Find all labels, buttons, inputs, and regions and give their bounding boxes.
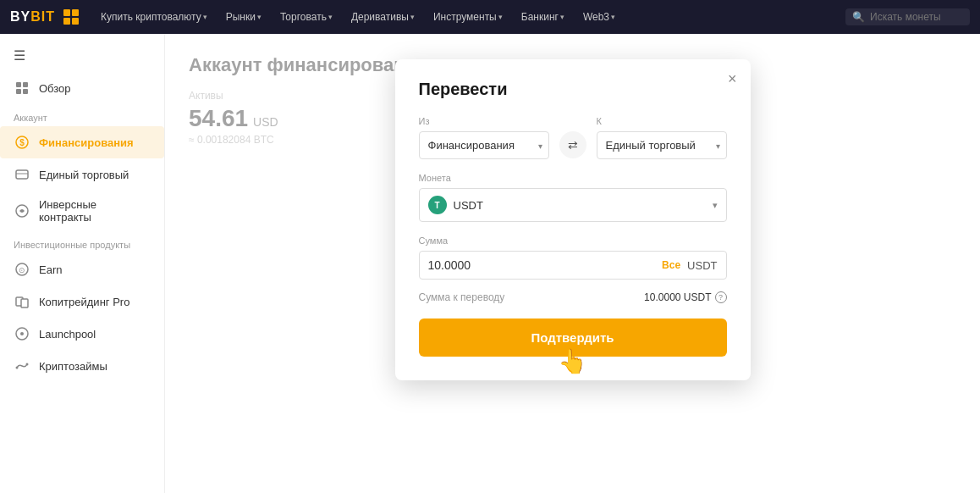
launchpool-icon <box>14 325 30 342</box>
funding-icon: $ <box>14 134 30 151</box>
sidebar-item-inverse[interactable]: Инверсные контракты <box>0 191 164 231</box>
modal-overlay: Перевести × Из Финансирования ▾ ⇄ <box>165 34 980 493</box>
logo[interactable]: BYBIT <box>10 9 55 25</box>
svg-text:⊙: ⊙ <box>19 266 25 274</box>
nav-tools[interactable]: Инструменты ▾ <box>427 11 509 23</box>
copytrading-label: Копитрейдинг Pro <box>39 296 129 308</box>
search-icon: 🔍 <box>852 11 865 23</box>
transfer-modal: Перевести × Из Финансирования ▾ ⇄ <box>395 59 751 380</box>
sidebar-item-copytrading[interactable]: Копитрейдинг Pro <box>0 285 164 318</box>
from-field: Из Финансирования ▾ <box>419 116 549 159</box>
svg-point-14 <box>20 332 24 335</box>
chevron-down-icon: ▾ <box>328 13 333 21</box>
sidebar-item-unified[interactable]: Единый торговый <box>0 158 164 191</box>
transfer-total-label: Сумма к переводу <box>419 291 505 303</box>
to-select-wrapper: Единый торговый ▾ <box>597 131 727 159</box>
swap-icon[interactable]: ⇄ <box>559 131 586 158</box>
coin-chevron-icon: ▾ <box>713 200 718 211</box>
from-label: Из <box>419 116 549 126</box>
transfer-total-row: Сумма к переводу 10.0000 USDT ? <box>419 291 727 303</box>
amount-label: Сумма <box>419 235 727 246</box>
to-label: К <box>597 116 727 126</box>
nav-markets[interactable]: Рынки ▾ <box>219 11 268 23</box>
svg-text:$: $ <box>19 138 25 147</box>
sidebar-item-overview[interactable]: Обзор <box>0 72 164 104</box>
copytrading-icon <box>14 293 30 310</box>
transfer-total-value: 10.0000 USDT <box>644 291 711 303</box>
overview-label: Обзор <box>39 82 71 95</box>
chevron-down-icon: ▾ <box>203 13 207 21</box>
amount-input[interactable] <box>428 258 656 272</box>
coin-label: Монета <box>419 173 727 183</box>
chevron-down-icon: ▾ <box>611 13 615 21</box>
search-bar[interactable]: 🔍 <box>845 8 970 25</box>
usdt-coin-icon: T <box>428 196 447 214</box>
modal-title: Перевести <box>419 80 727 99</box>
cryptoloans-icon <box>14 357 30 374</box>
earn-label: Earn <box>39 263 62 276</box>
search-input[interactable] <box>870 11 963 23</box>
to-field: К Единый торговый ▾ <box>597 116 727 159</box>
svg-point-15 <box>16 367 19 369</box>
inverse-label: Инверсные контракты <box>39 198 151 224</box>
sidebar-item-earn[interactable]: ⊙ Earn <box>0 253 164 285</box>
amount-input-wrapper: Все USDT <box>419 251 727 280</box>
amount-currency: USDT <box>687 259 717 272</box>
all-button[interactable]: Все <box>662 259 680 271</box>
svg-point-16 <box>26 363 29 366</box>
from-select-wrapper: Финансирования ▾ <box>419 131 549 159</box>
nav-banking[interactable]: Банкинг ▾ <box>515 11 571 23</box>
to-select[interactable]: Единый торговый <box>597 131 727 159</box>
launchpool-label: Launchpool <box>39 328 96 341</box>
svg-rect-1 <box>23 82 28 87</box>
coin-select[interactable]: T USDT ▾ <box>419 188 727 222</box>
from-to-row: Из Финансирования ▾ ⇄ К Ед <box>419 116 727 159</box>
main-content: Аккаунт финансирования 👁 Активы 54.61 US… <box>165 34 980 493</box>
chevron-down-icon: ▾ <box>257 13 262 21</box>
sidebar-item-launchpool[interactable]: Launchpool <box>0 318 164 350</box>
account-section-label: Аккаунт <box>0 104 164 126</box>
cursor-hand-icon: 👆 <box>558 347 587 375</box>
nav-buy-crypto[interactable]: Купить криптовалюту ▾ <box>94 11 214 23</box>
inverse-icon <box>14 202 30 219</box>
sidebar-item-funding[interactable]: $ Финансирования <box>0 126 164 158</box>
svg-rect-3 <box>23 89 28 94</box>
main-wrapper: ☰ Обзор Аккаунт $ Финансирования <box>0 34 980 493</box>
info-icon[interactable]: ? <box>715 291 727 303</box>
sidebar-item-cryptoloans[interactable]: Криптозаймы <box>0 350 164 382</box>
top-navigation: BYBIT Купить криптовалюту ▾ Рынки ▾ Торг… <box>0 0 980 34</box>
nav-web3[interactable]: Web3 ▾ <box>576 11 622 23</box>
amount-row: Сумма Все USDT <box>419 235 727 280</box>
from-select[interactable]: Финансирования <box>419 131 549 159</box>
sidebar: ☰ Обзор Аккаунт $ Финансирования <box>0 34 165 493</box>
overview-icon <box>14 80 30 97</box>
close-button[interactable]: × <box>728 71 737 86</box>
svg-rect-2 <box>16 89 21 94</box>
coin-row: Монета T USDT ▾ <box>419 173 727 222</box>
nav-trade[interactable]: Торговать ▾ <box>273 11 339 23</box>
svg-rect-0 <box>16 82 21 87</box>
coin-name: USDT <box>454 199 483 212</box>
svg-rect-12 <box>21 299 28 307</box>
chevron-down-icon: ▾ <box>498 13 503 21</box>
svg-rect-6 <box>16 170 28 179</box>
hamburger-icon[interactable]: ☰ <box>0 42 164 72</box>
earn-icon: ⊙ <box>14 261 30 278</box>
unified-label: Единый торговый <box>39 169 129 181</box>
chevron-down-icon: ▾ <box>410 13 415 21</box>
confirm-button[interactable]: Подтвердить 👆 <box>419 319 727 357</box>
nav-derivatives[interactable]: Деривативы ▾ <box>344 11 421 23</box>
funding-label: Финансирования <box>39 136 134 149</box>
grid-icon[interactable] <box>63 9 79 25</box>
cryptoloans-label: Криптозаймы <box>39 360 107 373</box>
chevron-down-icon: ▾ <box>560 13 564 21</box>
invest-section-label: Инвестиционные продукты <box>0 231 164 253</box>
unified-icon <box>14 166 30 183</box>
